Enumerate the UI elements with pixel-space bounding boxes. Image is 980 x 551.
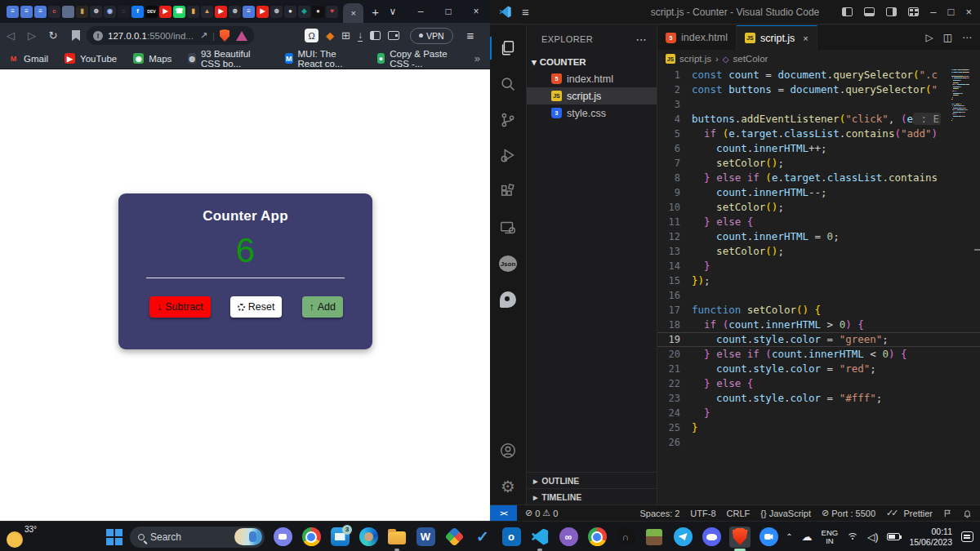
onedrive-cloud-icon[interactable]: ☁	[802, 531, 813, 543]
taskbar-minecraft-icon[interactable]	[644, 527, 665, 548]
search-icon[interactable]	[490, 66, 527, 102]
pinned-tab-favicon[interactable]: ⊕	[229, 6, 241, 18]
code-line[interactable]: 13 setColor();	[657, 244, 980, 259]
toggle-panel-icon[interactable]	[864, 7, 875, 16]
code-line[interactable]: 10 setColor();	[657, 200, 980, 215]
taskbar-zoom-icon[interactable]	[758, 527, 779, 548]
code-line[interactable]: 8 } else if (e.target.classList.contains	[657, 171, 980, 185]
more-actions-icon[interactable]: ⋯	[962, 32, 972, 43]
taskbar-edge-icon[interactable]	[358, 527, 379, 548]
wifi-icon[interactable]	[847, 533, 858, 541]
pinned-tab-favicon[interactable]: ⊕	[90, 6, 102, 18]
pinned-tab-favicon[interactable]: ◌	[118, 6, 130, 18]
pinned-tab-favicon[interactable]: ▮	[76, 6, 88, 18]
bookmark-icon[interactable]	[72, 30, 80, 41]
code-line[interactable]: 24 }	[657, 406, 980, 420]
code-line[interactable]: 14 }	[657, 259, 980, 273]
bookmark-item[interactable]: ▶YouTube	[65, 53, 117, 64]
tab-search-icon[interactable]: ∨	[379, 6, 407, 17]
code-line[interactable]: 16	[657, 288, 980, 303]
explorer-icon[interactable]	[490, 30, 527, 66]
taskbar-chat-icon[interactable]	[272, 527, 293, 548]
taskbar-telegram-icon[interactable]	[672, 527, 693, 548]
toggle-sidebar-icon[interactable]	[842, 7, 853, 16]
pinned-tab-favicon[interactable]: DEV	[145, 6, 158, 18]
subtract-button[interactable]: ↓Subtract	[149, 296, 211, 318]
code-line[interactable]: 20 } else if (count.innerHTML < 0) {	[657, 347, 980, 362]
menu-hamburger-icon[interactable]: ≡	[522, 5, 529, 19]
code-line[interactable]: 15});	[657, 273, 980, 288]
indentation-status[interactable]: Spaces: 2	[639, 509, 679, 518]
source-control-icon[interactable]	[490, 102, 527, 138]
active-tab[interactable]: ×	[343, 3, 363, 23]
extensions-icon[interactable]: ⊞	[341, 29, 350, 42]
problems-status[interactable]: ⊘0⚠0	[525, 508, 558, 518]
tab-index-html[interactable]: 5 index.html	[657, 25, 737, 50]
pinned-tab-favicon[interactable]: ≡	[7, 6, 19, 18]
pinned-tab-favicon[interactable]: ≡	[20, 6, 33, 18]
taskbar-discord-icon[interactable]	[701, 527, 722, 548]
code-line[interactable]: 17function setColor() {	[657, 303, 980, 318]
site-info-icon[interactable]: !	[93, 31, 103, 41]
timeline-section[interactable]: ▸TIMELINE	[527, 488, 657, 504]
taskbar-mail-icon[interactable]: 3	[329, 527, 350, 548]
new-tab-button[interactable]: +	[372, 5, 379, 19]
taskbar-todo-icon[interactable]: ✓	[472, 527, 493, 548]
file-style-css[interactable]: 3style.css	[527, 104, 657, 122]
run-debug-icon[interactable]	[490, 138, 527, 174]
downloads-icon[interactable]: ↓	[358, 30, 363, 42]
remote-indicator[interactable]: ><	[490, 505, 517, 522]
accounts-icon[interactable]	[490, 433, 527, 469]
notification-center-icon[interactable]	[961, 531, 973, 542]
taskbar-outlook-icon[interactable]: o	[501, 527, 522, 548]
weather-widget[interactable]: 33°	[7, 525, 37, 548]
share-icon[interactable]: ↗	[200, 30, 207, 41]
pinned-tab-favicon[interactable]	[62, 6, 74, 18]
code-line[interactable]: 18 if (count.innerHTML > 0) {	[657, 318, 980, 332]
pinned-tab-favicon[interactable]: ▶	[215, 6, 227, 18]
pinned-tab-favicon[interactable]: ●	[312, 6, 324, 18]
refresh-icon[interactable]: ↻	[42, 29, 64, 42]
minimap[interactable]	[951, 69, 978, 124]
file-script-js[interactable]: JSscript.js	[527, 87, 657, 104]
browser-menu-icon[interactable]: ≡	[467, 29, 474, 42]
pinned-tab-favicon[interactable]: ◆	[298, 6, 310, 18]
eol-status[interactable]: CRLF	[727, 509, 751, 518]
notifications-bell-icon[interactable]	[963, 509, 972, 518]
feedback-icon[interactable]	[943, 509, 952, 518]
taskbar-chrome-2-icon[interactable]	[586, 527, 608, 548]
tab-script-js[interactable]: JS script.js ×	[737, 25, 817, 50]
search-box[interactable]: Search	[130, 527, 265, 548]
pinned-tab-favicon[interactable]: ▮	[187, 6, 199, 18]
pinned-tab-favicon[interactable]: ◉	[104, 6, 116, 18]
explorer-actions-icon[interactable]: ⋯	[636, 33, 647, 46]
code-line[interactable]: 1const count = document.querySelector(".…	[657, 68, 980, 82]
code-line[interactable]: 9 count.innerHTML--;	[657, 185, 980, 200]
code-editor[interactable]: 1const count = document.querySelector(".…	[657, 68, 980, 504]
search-daily-image[interactable]	[234, 528, 262, 545]
bookmark-item[interactable]: MGmail	[8, 53, 48, 64]
reset-button[interactable]: Reset	[230, 296, 283, 318]
back-icon[interactable]: ◁	[0, 29, 21, 42]
pinned-tab-favicon[interactable]: ●	[284, 6, 296, 18]
brave-rewards-icon[interactable]	[236, 31, 247, 41]
code-line[interactable]: 22 } else {	[657, 376, 980, 391]
close-button[interactable]: ×	[462, 6, 490, 17]
start-button[interactable]	[106, 529, 122, 545]
language-status[interactable]: {}JavaScript	[760, 509, 811, 518]
code-line[interactable]: 23 count.style.color = "#fff";	[657, 391, 980, 406]
tab-close-icon[interactable]: ×	[803, 33, 808, 43]
brave-shield-icon[interactable]	[220, 29, 229, 42]
run-file-icon[interactable]: ▷	[925, 32, 933, 43]
taskbar-vscode-icon[interactable]	[529, 527, 550, 548]
pinned-tab-favicon[interactable]: c	[48, 6, 60, 18]
add-button[interactable]: ↑Add	[302, 296, 344, 318]
extensions-icon[interactable]	[490, 174, 527, 210]
pinned-tab-favicon[interactable]: ☎	[173, 6, 185, 18]
pinned-tab-favicon[interactable]: ▶	[159, 6, 172, 18]
split-editor-icon[interactable]: ◫	[943, 32, 952, 43]
code-line[interactable]: 19 count.style.color = "green";	[657, 332, 980, 347]
taskbar-brave-icon[interactable]	[729, 527, 751, 548]
bookmark-item[interactable]: ◉Maps	[133, 53, 172, 64]
code-line[interactable]: 26	[657, 435, 980, 450]
